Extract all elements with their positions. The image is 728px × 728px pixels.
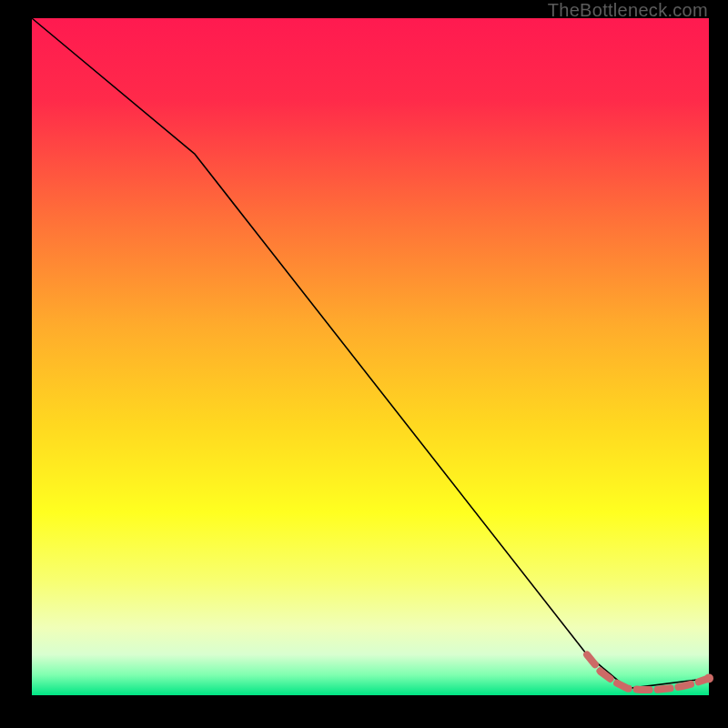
- chart-root: TheBottleneck.com: [0, 0, 728, 728]
- curve-layer: [32, 18, 709, 695]
- bottleneck-curve: [32, 18, 709, 689]
- plot-area: [32, 18, 709, 695]
- optimal-range: [587, 654, 713, 690]
- optimal-range-stroke: [587, 654, 709, 690]
- range-end-dot: [704, 673, 713, 682]
- watermark-text: TheBottleneck.com: [548, 0, 708, 21]
